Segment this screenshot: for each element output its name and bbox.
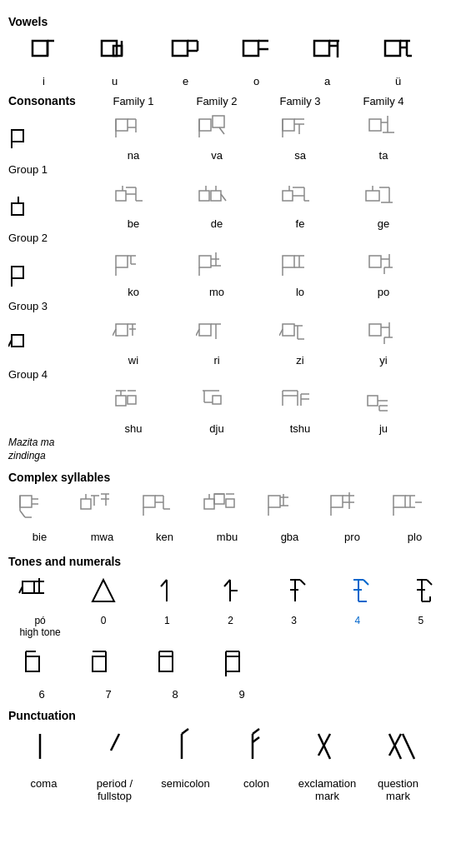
complex-ken: ken [133,487,196,543]
svg-rect-172 [23,581,34,593]
group2-fam3-cell: fe [258,179,342,230]
svg-rect-150 [204,499,214,509]
complex-bie-label: bie [33,531,47,543]
svg-line-135 [20,511,25,517]
group1-fam3-cell: sa [258,111,342,162]
punct-semicolon-label: semicolon [161,777,210,790]
svg-rect-118 [213,396,221,404]
svg-rect-166 [393,496,405,507]
punct-exclamation: exclamation mark [292,726,363,802]
svg-rect-10 [243,41,258,56]
svg-rect-51 [199,191,209,201]
vowel-u-glyph [94,32,136,73]
numeral-4-label: 4 [354,615,360,626]
vowels-title: Vowels [8,15,453,28]
group3-fam3-label: lo [296,286,304,298]
numeral-3-cell: 3 [263,571,326,626]
punct-period-label: period / fullstop [97,777,133,802]
numeral-7-label: 7 [105,688,111,701]
svg-line-214 [111,734,119,751]
vowel-u-umlaut-cell: ü [363,32,433,87]
mazita-fam3-label: tshu [290,422,311,435]
punct-exclamation-label: exclamation mark [298,777,356,802]
svg-rect-62 [366,191,379,201]
consonants-section: Consonants Family 1 Family 2 Family 3 Fa… [8,94,453,462]
vowel-u-cell: u [79,32,150,87]
vowel-o-cell: o [221,32,292,87]
group3-fam4-cell: po [342,247,425,298]
svg-rect-208 [226,656,239,671]
group4-fam3-label: zi [296,354,303,367]
numeral-8-label: 8 [172,688,178,701]
svg-rect-100 [283,324,294,336]
group4-fam4-label: yi [379,354,387,367]
svg-rect-43 [12,203,23,215]
group2-fam4-cell: ge [342,179,425,230]
svg-rect-67 [12,267,23,278]
group1-fam4-label: ta [379,149,388,162]
svg-rect-131 [20,496,32,507]
tone-po-cell: pó high tone [8,571,72,638]
mazita-row: shu dju tshu [8,384,453,435]
punct-period: period / fullstop [79,726,150,802]
mazita-label-text: Mazita mazindinga [8,436,92,462]
svg-rect-3 [102,41,117,56]
svg-line-186 [300,580,305,585]
group4-fam2-label: ri [213,354,219,367]
punct-comma: coma [8,726,79,790]
numeral-0-label: 0 [101,615,107,626]
punct-semicolon: semicolon [150,726,221,790]
group1-fam1-cell: na [92,111,175,162]
group2-fam1-cell: be [92,179,175,230]
complex-section: Complex syllables bie [8,471,453,546]
svg-rect-6 [173,41,188,56]
svg-rect-91 [116,324,128,336]
numeral-5-label: 5 [418,615,424,626]
group1-fam4-cell: ta [342,111,425,162]
group1-fam2-cell: va [175,111,258,162]
group2-label: Group 2 [8,232,92,244]
complex-bie: bie [8,487,71,543]
mazita-fam4-label: ju [379,422,388,435]
group1-fam1-label: na [128,149,139,162]
numeral-1-cell: 1 [135,571,198,626]
vowel-a-cell: a [292,32,363,87]
consonants-title: Consonants [8,94,92,107]
svg-rect-152 [214,494,224,504]
group2-fam1-label: be [128,217,139,230]
svg-rect-137 [81,499,91,509]
group4-label: Group 4 [8,368,92,381]
mazita-fam3-cell: tshu [258,384,342,435]
numeral-6-cell: 6 [8,645,75,701]
svg-line-195 [427,580,432,585]
numeral-0-cell: 0 [72,571,135,626]
family2-header: Family 2 [175,95,258,107]
group1-label: Group 1 [8,163,92,176]
punct-question-label: question mark [378,777,418,802]
mazita-fam2-label: dju [209,422,223,435]
svg-rect-53 [211,191,221,201]
complex-pro-label: pro [344,531,360,543]
group2-base-glyph [8,179,92,230]
numeral-8-cell: 8 [142,645,208,701]
group3-fam3-cell: lo [258,247,342,298]
group2-row: be de fe [8,179,453,230]
svg-line-55 [221,194,226,201]
numeral-2-label: 2 [228,615,233,626]
group3-label: Group 3 [8,300,92,312]
complex-row: bie mwa ken [8,487,453,546]
group3-fam2-label: mo [209,286,224,298]
svg-rect-96 [199,324,211,336]
complex-plo-label: plo [408,531,422,543]
numeral-5-cell: 5 [389,571,453,626]
group4-fam1-label: wi [128,354,138,367]
vowel-e-glyph [165,32,207,73]
svg-rect-204 [159,656,173,671]
vowel-i-glyph [23,32,65,73]
svg-rect-18 [385,41,400,56]
vowel-i-label: i [43,75,45,87]
punct-question: question mark [363,726,433,802]
group1-fam3-label: sa [294,149,306,162]
group3-fam1-cell: ko [92,247,175,298]
complex-mwa-label: mwa [91,531,113,543]
